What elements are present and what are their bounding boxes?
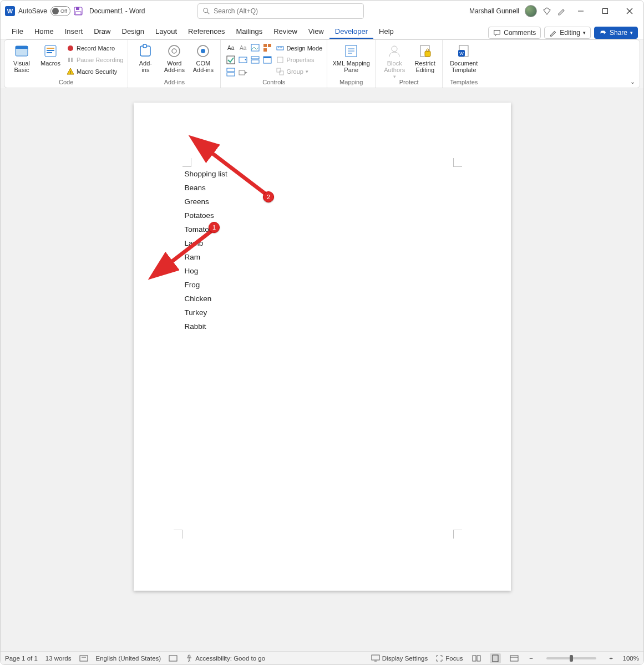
combobox-control-icon[interactable] [237, 54, 249, 65]
picture-control-icon[interactable] [250, 42, 261, 53]
tab-design[interactable]: Design [116, 24, 150, 39]
svg-marker-35 [245, 59, 246, 60]
document-template-button[interactable]: W Document Template [447, 42, 480, 73]
display-settings-button[interactable]: Display Settings [371, 654, 428, 662]
pencil-icon [549, 29, 557, 37]
svg-text:!: ! [70, 70, 71, 75]
status-page[interactable]: Page 1 of 1 [5, 655, 38, 662]
search-icon [202, 7, 210, 15]
tab-home[interactable]: Home [29, 24, 59, 39]
chevron-down-icon: ▾ [306, 69, 308, 74]
tab-file[interactable]: File [6, 24, 29, 39]
maximize-button[interactable] [596, 3, 615, 19]
zoom-slider[interactable] [546, 657, 596, 659]
diamond-icon[interactable] [542, 7, 551, 16]
restrict-editing-button[interactable]: Restrict Editing [412, 42, 438, 73]
ribbon-group-code: Visual Basic Macros Record Macro Pause R… [4, 40, 128, 88]
status-accessibility[interactable]: Accessibility: Good to go [185, 654, 265, 662]
svg-rect-42 [239, 70, 245, 75]
svg-rect-22 [143, 44, 146, 48]
word-addins-button[interactable]: Word Add-ins [161, 42, 187, 73]
doc-line[interactable]: Lamb [185, 236, 227, 250]
doc-line[interactable]: Greens [185, 195, 227, 209]
web-layout-button[interactable] [509, 653, 520, 663]
design-mode-button[interactable]: Design Mode [276, 43, 322, 53]
doc-line[interactable]: Turkey [185, 306, 227, 319]
focus-icon [435, 654, 443, 662]
margin-mark [182, 158, 191, 167]
doc-line[interactable]: Ram [185, 250, 227, 264]
date-picker-control-icon[interactable] [262, 54, 273, 65]
editing-dropdown[interactable]: Editing ▾ [544, 27, 591, 39]
svg-rect-36 [251, 57, 259, 59]
zoom-in-button[interactable]: + [607, 655, 615, 662]
com-addins-button[interactable]: COM Add-ins [190, 42, 216, 73]
comments-button[interactable]: Comments [488, 27, 541, 39]
doc-line[interactable]: Tomatoes [185, 222, 227, 236]
doc-line[interactable]: Beans [185, 181, 227, 195]
repeating-section-control-icon[interactable] [225, 67, 236, 78]
macros-button[interactable]: Macros [38, 42, 63, 67]
status-language[interactable]: English (United States) [96, 655, 161, 662]
tab-mailings[interactable]: Mailings [231, 24, 268, 39]
word-app-icon: W [5, 6, 15, 16]
tab-view[interactable]: View [303, 24, 329, 39]
share-button[interactable]: Share ▾ [594, 27, 638, 39]
minimize-button[interactable] [571, 3, 590, 19]
tab-developer[interactable]: Developer [329, 24, 373, 39]
document-title: Document1 - Word [89, 7, 145, 15]
focus-button[interactable]: Focus [435, 654, 463, 662]
tab-insert[interactable]: Insert [59, 24, 89, 39]
status-predictions-icon[interactable] [169, 654, 178, 662]
document-canvas[interactable]: Shopping list Beans Greens Potatoes Toma… [1, 88, 643, 651]
tab-references[interactable]: References [182, 24, 230, 39]
legacy-tools-icon[interactable] [237, 67, 249, 78]
document-body[interactable]: Shopping list Beans Greens Potatoes Toma… [185, 167, 227, 333]
print-layout-button[interactable] [490, 653, 501, 663]
tab-review[interactable]: Review [268, 24, 303, 39]
addins-button[interactable]: Add- ins [133, 42, 158, 73]
doc-line[interactable]: Shopping list [185, 167, 227, 181]
plain-text-control-icon[interactable]: Aa [237, 42, 249, 53]
save-icon[interactable] [74, 7, 83, 16]
zoom-level[interactable]: 100% [623, 655, 639, 662]
properties-icon [276, 56, 284, 64]
ribbon-group-addins: Add- ins Word Add-ins COM Add-ins Add-in… [128, 40, 221, 88]
doc-line[interactable]: Chicken [185, 292, 227, 306]
macro-security-button[interactable]: ! Macro Security [67, 67, 123, 77]
status-words[interactable]: 13 words [45, 655, 72, 662]
doc-line[interactable]: Rabbit [185, 319, 227, 333]
status-spellcheck-icon[interactable] [79, 654, 88, 662]
close-button[interactable] [620, 3, 639, 19]
record-macro-button[interactable]: Record Macro [67, 43, 123, 53]
user-name: Marshall Gunnell [469, 7, 519, 15]
svg-line-4 [207, 12, 210, 14]
tab-help[interactable]: Help [373, 24, 399, 39]
autosave-toggle[interactable]: Off [50, 6, 70, 16]
block-authors-button: Block Authors ▾ [380, 42, 409, 80]
rich-text-control-icon[interactable]: Aa [225, 42, 236, 53]
checkbox-control-icon[interactable] [225, 54, 236, 65]
building-block-control-icon[interactable] [262, 42, 273, 53]
xml-mapping-button[interactable]: XML Mapping Pane [332, 42, 371, 73]
read-mode-button[interactable] [471, 653, 482, 663]
pen-icon[interactable] [557, 7, 566, 16]
visual-basic-button[interactable]: Visual Basic [9, 42, 34, 73]
zoom-out-button[interactable]: − [528, 655, 535, 662]
svg-point-26 [201, 49, 205, 53]
dropdown-control-icon[interactable] [250, 54, 261, 65]
search-input[interactable]: Search (Alt+Q) [197, 3, 364, 19]
doc-line[interactable]: Frog [185, 278, 227, 292]
svg-rect-48 [277, 57, 283, 63]
tab-layout[interactable]: Layout [150, 24, 182, 39]
svg-rect-39 [263, 57, 271, 58]
avatar[interactable] [525, 5, 537, 17]
collapse-ribbon-button[interactable]: ⌄ [630, 78, 635, 85]
doc-line[interactable]: Potatoes [185, 209, 227, 222]
tab-draw[interactable]: Draw [88, 24, 116, 39]
svg-rect-37 [251, 60, 259, 63]
doc-line[interactable]: Hog [185, 264, 227, 278]
svg-rect-69 [372, 655, 379, 660]
svg-rect-49 [277, 68, 281, 72]
page[interactable]: Shopping list Beans Greens Potatoes Toma… [134, 103, 511, 591]
